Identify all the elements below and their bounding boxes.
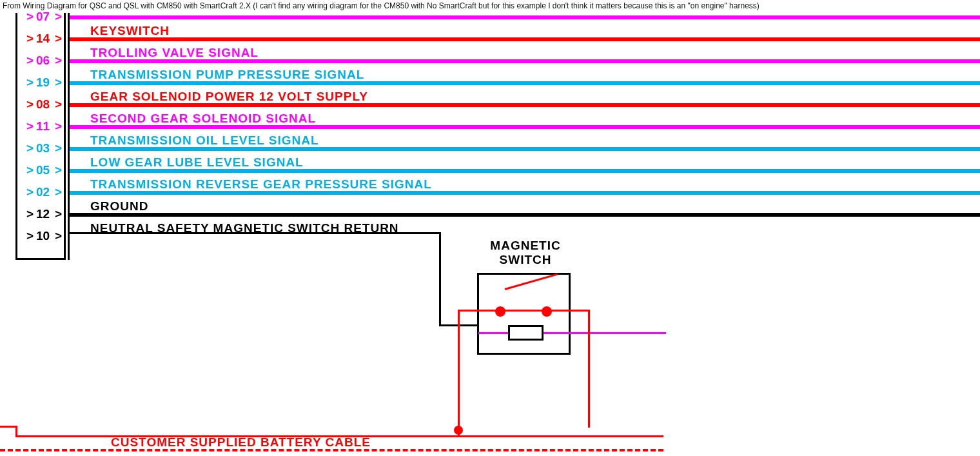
connector-pin-05: >05> [15,160,66,182]
signal-wire [70,59,980,63]
red-bus-node-icon [454,426,463,435]
pin-arrow-right-icon: > [55,164,62,176]
switch-coil-wire-left [478,332,508,334]
pin-arrow-left-icon: > [26,164,34,176]
signal-wire [70,15,980,19]
pin-number: 10 [36,230,50,242]
pin-number: 08 [36,98,50,110]
connector-pin-10: >10> [15,226,66,248]
connector-pin-19: >19> [15,72,66,94]
pin-arrow-left-icon: > [26,10,34,23]
signal-label: KEYSWITCH [90,25,170,37]
signal-label: TRANSMISSION PUMP PRESSURE SIGNAL [90,68,364,81]
pin-arrow-right-icon: > [55,120,62,132]
connector-pin-03: >03> [15,138,66,160]
connector-pin-06: >06> [15,50,66,72]
red-frame-top [458,310,590,312]
pin-number: 02 [36,186,50,198]
connector-pin-02: >02> [15,182,66,204]
magnetic-switch-box [477,273,571,355]
switch-contact-left-icon [495,306,505,317]
pin-number: 03 [36,142,50,154]
pin-arrow-right-icon: > [55,10,62,23]
red-frame-right [588,310,590,428]
pin-arrow-left-icon: > [26,98,34,110]
wire-pin10-v [439,232,441,326]
signal-label: TRANSMISSION OIL LEVEL SIGNAL [90,134,319,146]
signal-label: TRANSMISSION REVERSE GEAR PRESSURE SIGNA… [90,178,432,190]
pin-arrow-right-icon: > [55,208,62,220]
signal-label: LOW GEAR LUBE LEVEL SIGNAL [90,156,304,168]
pin-arrow-left-icon: > [26,76,34,88]
pin-arrow-left-icon: > [26,230,34,242]
connector-pin-14: >14> [15,28,66,50]
signal-wire [70,169,980,173]
pin-number: 05 [36,164,50,176]
red-left-stub [0,426,17,428]
switch-contact-right-icon [542,306,552,317]
wiring-diagram: >07>>14>>06>>19>>08>>11>>03>>05>>02>>12>… [0,13,980,456]
pin-number: 19 [36,76,50,88]
signal-wire [70,213,980,217]
pin-number: 06 [36,54,50,66]
pin-arrow-right-icon: > [55,142,62,154]
battery-cable-label: CUSTOMER SUPPLIED BATTERY CABLE [111,436,371,448]
pin-arrow-right-icon: > [55,230,62,242]
magnetic-switch-title: MAGNETIC SWITCH [484,239,567,267]
switch-coil-box [508,325,544,341]
signal-wire [70,125,980,129]
pin-number: 11 [36,120,50,132]
signal-row-02: TRANSMISSION REVERSE GEAR PRESSURE SIGNA… [70,182,980,204]
pin-arrow-right-icon: > [55,32,62,45]
signal-wire [70,81,980,85]
pin-arrow-right-icon: > [55,98,62,110]
magnetic-switch-title-l2: SWITCH [500,253,552,266]
switch-coil-wire-right [544,332,666,334]
signal-row-07 [70,6,980,28]
pin-number: 12 [36,208,50,220]
red-frame-left [458,310,460,435]
signal-label: GROUND [90,200,148,212]
connector-pin-12: >12> [15,204,66,226]
pin-arrow-left-icon: > [26,142,34,154]
signal-label: GEAR SOLENOID POWER 12 VOLT SUPPLY [90,90,368,103]
signal-wire [70,147,980,151]
signal-label: SECOND GEAR SOLENOID SIGNAL [90,112,316,124]
connector-pin-07: >07> [15,6,66,28]
signal-label: TROLLING VALVE SIGNAL [90,46,259,59]
pin-arrow-right-icon: > [55,186,62,198]
pin-arrow-left-icon: > [26,120,34,132]
pin-arrow-left-icon: > [26,32,34,45]
pin-number: 07 [36,10,50,23]
magnetic-switch-title-l1: MAGNETIC [490,239,560,252]
signal-wire [70,103,980,107]
pin-number: 14 [36,32,50,45]
battery-cable-dashed [0,449,663,451]
wire-pin10-h1 [70,232,441,234]
pin-arrow-right-icon: > [55,54,62,66]
pin-arrow-left-icon: > [26,208,34,220]
pin-arrow-left-icon: > [26,186,34,198]
pin-arrow-left-icon: > [26,54,34,66]
pin-arrow-right-icon: > [55,76,62,88]
connector-pin-11: >11> [15,116,66,138]
connector-pin-08: >08> [15,94,66,116]
signal-wire [70,37,980,41]
signal-wire [70,191,980,195]
